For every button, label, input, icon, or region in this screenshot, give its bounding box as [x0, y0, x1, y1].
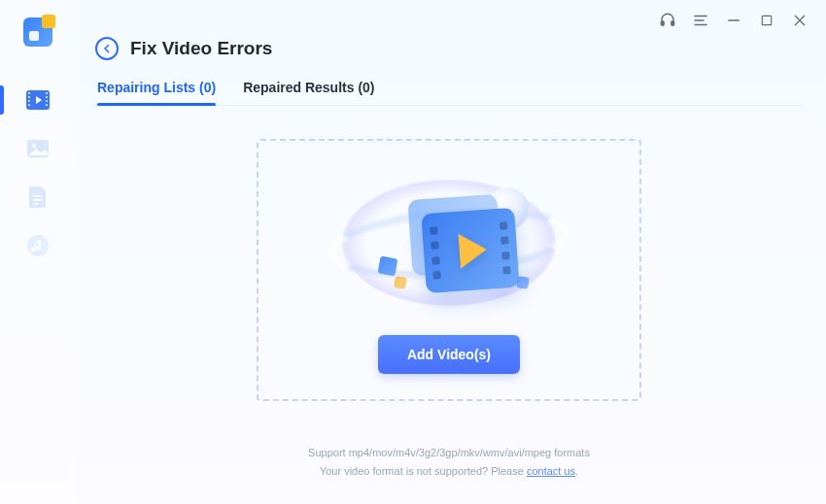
video-dropzone[interactable]: Add Video(s) — [257, 139, 641, 401]
minimize-button[interactable] — [725, 12, 742, 29]
back-button[interactable] — [95, 37, 119, 60]
svg-rect-1 — [28, 92, 30, 94]
app-logo-icon — [23, 17, 52, 47]
add-videos-button[interactable]: Add Video(s) — [378, 335, 520, 374]
page-title: Fix Video Errors — [130, 38, 272, 59]
file-icon — [28, 185, 48, 209]
supported-formats-text: Support mp4/mov/m4v/3g2/3gp/mkv/wmv/avi/… — [308, 444, 590, 462]
window-controls — [659, 12, 809, 29]
contact-line: Your video format is not supported? Plea… — [308, 462, 590, 481]
svg-rect-3 — [28, 100, 30, 102]
sidebar-item-video[interactable] — [0, 80, 76, 120]
minimize-icon — [726, 13, 741, 28]
svg-rect-11 — [33, 195, 43, 197]
maximize-icon — [760, 14, 774, 27]
svg-rect-2 — [28, 96, 30, 98]
svg-rect-12 — [33, 199, 43, 201]
svg-rect-6 — [46, 96, 48, 98]
chevron-left-icon — [101, 43, 113, 54]
svg-rect-13 — [33, 203, 39, 205]
svg-rect-8 — [46, 104, 48, 106]
support-button[interactable] — [659, 12, 676, 29]
close-icon — [792, 13, 808, 28]
sidebar-item-audio[interactable] — [0, 225, 76, 266]
menu-icon — [692, 12, 709, 29]
page-header: Fix Video Errors — [95, 37, 803, 60]
close-button[interactable] — [791, 12, 809, 29]
svg-rect-21 — [762, 16, 771, 24]
headset-icon — [659, 12, 676, 29]
sidebar — [0, 0, 76, 504]
svg-point-10 — [32, 144, 36, 148]
sidebar-item-file[interactable] — [0, 177, 76, 218]
video-illustration — [323, 160, 575, 325]
contact-suffix: . — [575, 465, 578, 477]
tab-repairing-lists[interactable]: Repairing Lists (0) — [97, 80, 216, 105]
footer-text: Support mp4/mov/m4v/3g2/3gp/mkv/wmv/avi/… — [308, 444, 590, 480]
main-content: Fix Video Errors Repairing Lists (0) Rep… — [76, 0, 826, 504]
tab-repaired-results[interactable]: Repaired Results (0) — [243, 80, 374, 105]
maximize-button[interactable] — [758, 12, 775, 29]
tabs: Repairing Lists (0) Repaired Results (0) — [95, 80, 803, 106]
contact-us-link[interactable]: contact us — [527, 465, 575, 477]
contact-prefix: Your video format is not supported? Plea… — [320, 465, 527, 477]
svg-rect-16 — [671, 21, 674, 26]
svg-rect-4 — [28, 104, 30, 106]
svg-point-14 — [27, 235, 49, 256]
menu-button[interactable] — [692, 12, 709, 29]
video-repair-icon — [25, 89, 51, 111]
svg-rect-15 — [661, 21, 664, 26]
photo-icon — [26, 139, 50, 158]
sidebar-item-photo[interactable] — [0, 128, 76, 169]
svg-rect-7 — [46, 100, 48, 102]
audio-icon — [26, 234, 50, 257]
svg-rect-5 — [46, 92, 48, 94]
